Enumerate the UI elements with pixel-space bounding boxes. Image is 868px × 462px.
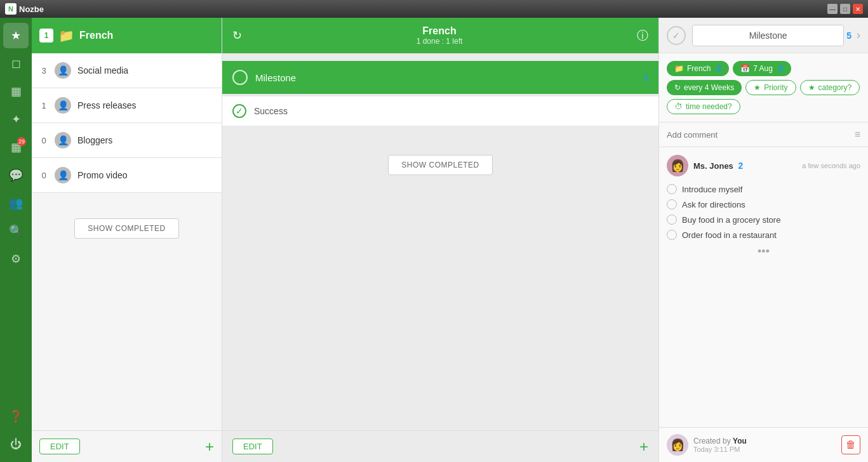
comment-block: 👩 Ms. Jones 2 a few seconds ago Introduc…	[667, 155, 860, 261]
list-icon[interactable]: ≡	[855, 129, 860, 140]
checklist-label: Order food in a restaurant	[682, 230, 777, 240]
power-icon: ⏻	[10, 438, 22, 451]
sidebar-item-help[interactable]: ❓	[3, 404, 29, 429]
more-icon[interactable]: •••	[667, 242, 860, 261]
item-name: Social media	[77, 65, 214, 76]
comment-area: ≡	[659, 122, 868, 147]
time-icon: ⏱	[675, 102, 683, 111]
list-item[interactable]: 1 👤 Press releases	[32, 88, 222, 123]
list-item[interactable]: 3 👤 Social media	[32, 53, 222, 88]
calendar-badge: 29	[17, 137, 26, 146]
priority-tag-label: Priority	[764, 83, 787, 92]
project-tag-label: French	[687, 64, 711, 73]
date-tag-label: 7 Aug	[753, 64, 773, 73]
sidebar-item-home[interactable]: ★	[3, 23, 29, 48]
detail-panel: ✓ Milestone 5 › 📁 French 3 📅 7 Aug 4 ↻	[658, 18, 868, 462]
folder-icon: 📁	[674, 64, 684, 73]
sidebar-item-projects[interactable]: ▦	[3, 79, 29, 104]
sidebar-item-search[interactable]: 🔍	[3, 218, 29, 244]
checklist-label: Ask for directions	[682, 200, 745, 209]
sidebar-item-power[interactable]: ⏻	[3, 432, 29, 457]
sidebar-item-team[interactable]: 👥	[3, 190, 29, 216]
projects-icon: ▦	[11, 84, 22, 98]
task-row[interactable]: ✓ Success	[222, 96, 658, 126]
project-list: 1 📁 French 3 👤 Social media 1 👤 Press re…	[32, 18, 222, 462]
info-button[interactable]: ⓘ	[637, 28, 648, 43]
maximize-button[interactable]: □	[840, 4, 850, 14]
task-show-completed-button[interactable]: SHOW COMPLETED	[388, 155, 492, 175]
detail-check-circle[interactable]: ✓	[667, 26, 686, 45]
detail-header: ✓ Milestone 5 ›	[659, 18, 868, 53]
check-circle-icon[interactable]	[667, 230, 677, 240]
checklist-item: Buy food in a grocery store	[667, 212, 860, 227]
sidebar-item-chat[interactable]: 💬	[3, 162, 29, 188]
check-circle-icon[interactable]	[667, 199, 677, 209]
time-tag[interactable]: ⏱ time needed?	[667, 99, 740, 114]
comment-input[interactable]	[667, 130, 850, 140]
detail-title[interactable]: Milestone	[692, 25, 844, 46]
created-by-user: You	[733, 437, 747, 446]
minimize-button[interactable]: —	[827, 4, 838, 14]
repeat-tag[interactable]: ↻ every 4 Weeks	[667, 80, 742, 95]
home-icon: ★	[11, 29, 21, 43]
avatar: 👤	[55, 97, 71, 114]
sidebar-item-priority[interactable]: ✦	[3, 107, 29, 132]
task-add-button[interactable]: +	[639, 439, 648, 454]
item-count: 1	[39, 101, 48, 110]
category-tag[interactable]: ★ category?	[800, 80, 860, 95]
close-button[interactable]: ✕	[853, 4, 863, 14]
task-panel: ↻ French 1 done : 1 left ⓘ Milestone 1 ✓	[222, 18, 658, 462]
calendar-icon: 📅	[740, 64, 750, 73]
sidebar-item-settings[interactable]: ⚙	[3, 246, 29, 272]
project-tag[interactable]: 📁 French 3	[667, 61, 729, 76]
repeat-icon: ↻	[674, 83, 681, 92]
created-by-section: 👩 Created by You Today 3:11 PM 🗑	[659, 427, 868, 462]
app-icon: N	[5, 3, 17, 15]
milestone-circle	[232, 70, 248, 85]
milestone-step-num: 1	[643, 72, 648, 82]
project-list-footer: EDIT +	[32, 430, 222, 462]
inbox-icon: ◻	[11, 56, 21, 70]
task-show-completed-container: SHOW COMPLETED	[222, 127, 658, 203]
window-controls[interactable]: — □ ✕	[827, 4, 863, 14]
task-panel-title: French	[242, 25, 637, 37]
item-count: 0	[39, 136, 48, 145]
task-header-center: French 1 done : 1 left	[242, 25, 637, 46]
date-tag[interactable]: 📅 7 Aug 4	[733, 61, 791, 76]
milestone-row[interactable]: Milestone 1	[222, 61, 658, 94]
list-item[interactable]: 0 👤 Bloggers	[32, 123, 222, 158]
priority-tag[interactable]: ★ Priority	[745, 80, 796, 95]
task-check[interactable]: ✓	[232, 104, 246, 118]
task-edit-button[interactable]: EDIT	[232, 439, 273, 454]
list-item[interactable]: 0 👤 Promo video	[32, 158, 222, 193]
project-items: 3 👤 Social media 1 👤 Press releases 0 👤 …	[32, 53, 222, 430]
refresh-button[interactable]: ↻	[232, 29, 242, 43]
project-add-button[interactable]: +	[205, 439, 214, 454]
avatar: 👩	[667, 155, 688, 176]
sidebar-item-inbox[interactable]: ◻	[3, 51, 29, 76]
search-icon: 🔍	[9, 224, 23, 238]
team-icon: 👥	[9, 196, 23, 210]
main-container: ★ ◻ ▦ ✦ ▦ 29 💬 👥 🔍 ⚙ ❓ ⏻	[0, 18, 868, 462]
category-icon: ★	[808, 83, 815, 92]
check-circle-icon[interactable]	[667, 184, 677, 194]
title-bar-left: N Nozbe	[5, 3, 44, 15]
check-circle-icon[interactable]	[667, 214, 677, 225]
tag-step4: 4	[778, 63, 784, 74]
show-completed-button[interactable]: SHOW COMPLETED	[74, 218, 178, 239]
delete-button[interactable]: 🗑	[841, 435, 860, 454]
sidebar-icons: ★ ◻ ▦ ✦ ▦ 29 💬 👥 🔍 ⚙ ❓ ⏻	[0, 18, 32, 462]
milestone-label: Milestone	[255, 72, 641, 83]
created-meta: Created by You Today 3:11 PM	[693, 437, 836, 453]
show-completed-container: SHOW COMPLETED	[32, 193, 222, 264]
checklist-item: Order food in a restaurant	[667, 227, 860, 242]
tag-step3: 3	[716, 63, 721, 74]
checklist-label: Introduce myself	[682, 185, 742, 194]
sidebar-item-calendar[interactable]: ▦ 29	[3, 135, 29, 160]
project-list-header[interactable]: 1 📁 French	[32, 18, 222, 53]
project-edit-button[interactable]: EDIT	[39, 439, 80, 454]
avatar: 👤	[55, 132, 71, 148]
item-name: Bloggers	[77, 135, 214, 145]
chevron-right-icon[interactable]: ›	[857, 29, 860, 42]
item-count: 3	[39, 66, 48, 76]
